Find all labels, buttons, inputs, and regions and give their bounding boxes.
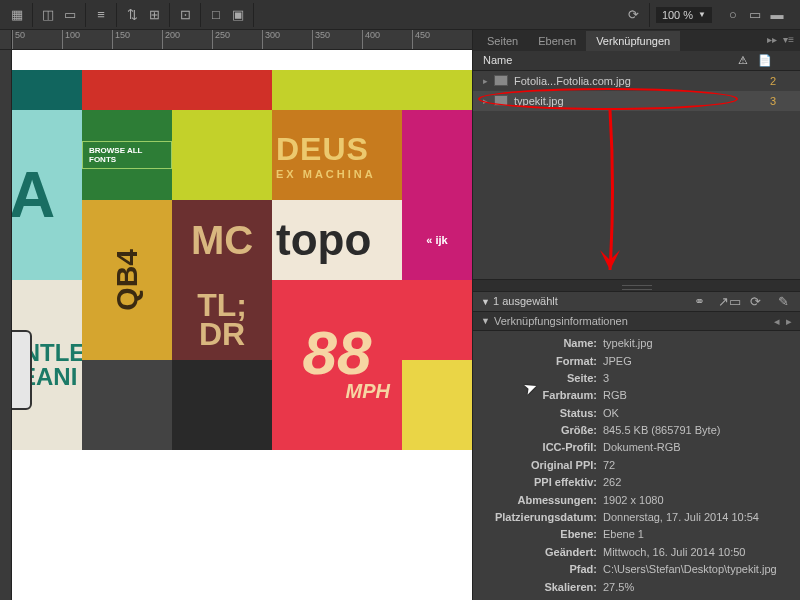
info-key: Name: (473, 336, 603, 351)
tile-tldr: TL;DR (172, 280, 272, 360)
info-key: ICC-Profil: (473, 440, 603, 455)
info-value: 3 (603, 371, 609, 386)
tab-layers[interactable]: Ebenen (528, 31, 586, 51)
info-value: JPEG (603, 354, 632, 369)
info-key: Status: (473, 406, 603, 421)
info-row: Original PPI:72 (473, 457, 796, 474)
panel-menu-icon[interactable]: ▾≡ (783, 34, 794, 45)
document-canvas[interactable]: A BROWSE ALL FONTS DEUSEX MACHINA QB4 MC… (12, 50, 472, 600)
info-value: Mittwoch, 16. Juli 2014 10:50 (603, 545, 745, 560)
tool-icon[interactable]: ▣ (229, 6, 247, 24)
tile-mc: MC (172, 200, 272, 280)
info-value: 262 (603, 475, 621, 490)
panel-toolbar: ▼ 1 ausgewählt ⚭ ↗▭ ⟳ ✎ (473, 292, 800, 312)
selection-count: 1 ausgewählt (493, 295, 558, 307)
info-row: Pfad:C:\Users\Stefan\Desktop\typekit.jpg (473, 561, 796, 578)
info-value: Dokument-RGB (603, 440, 681, 455)
placed-image[interactable]: A BROWSE ALL FONTS DEUSEX MACHINA QB4 MC… (12, 70, 472, 500)
link-info: Name:typekit.jpgFormat:JPEGSeite:3Farbra… (473, 331, 800, 600)
info-value: 72 (603, 458, 615, 473)
info-header[interactable]: ▼ Verknüpfungsinformationen ◂▸ (473, 311, 800, 331)
status-dot (782, 77, 790, 85)
name-column[interactable]: Name (483, 54, 732, 67)
info-value: RGB (603, 388, 627, 403)
ruler-corner (0, 30, 12, 50)
info-key: Platzierungsdatum: (473, 510, 603, 525)
tool-icon[interactable]: ≡ (92, 6, 110, 24)
list-header: Name ⚠ 📄 (473, 51, 800, 71)
info-key: Seite: (473, 371, 603, 386)
disclosure-icon[interactable]: ▸ (483, 96, 488, 106)
warning-col-icon[interactable]: ⚠ (732, 54, 754, 67)
tool-icon[interactable]: ⊡ (176, 6, 194, 24)
info-row: Farbraum:RGB (473, 387, 796, 404)
disclosure-icon[interactable]: ▸ (483, 76, 488, 86)
link-row[interactable]: ▸Fotolia...Fotolia.com.jpg2 (473, 71, 800, 91)
tile-a: A (12, 110, 82, 280)
tool-icon[interactable]: ▦ (8, 6, 26, 24)
tab-pages[interactable]: Seiten (477, 31, 528, 51)
tool-icon[interactable]: □ (207, 6, 225, 24)
prev-icon[interactable]: ◂ (774, 315, 780, 328)
screen-icon[interactable]: ▬ (768, 6, 786, 24)
relink-icon[interactable]: ⚭ (690, 294, 708, 309)
info-row: Abmessungen:1902 x 1080 (473, 492, 796, 509)
disclosure-icon[interactable]: ▼ (481, 316, 490, 326)
info-key: PPI effektiv: (473, 475, 603, 490)
page-col-icon[interactable]: 📄 (754, 54, 776, 67)
next-icon[interactable]: ▸ (786, 315, 792, 328)
info-row: Seite:3 (473, 370, 796, 387)
panel-tabs: Seiten Ebenen Verknüpfungen ▸▸▾≡ (473, 30, 800, 51)
panel-splitter[interactable] (473, 279, 800, 291)
zoom-indicator[interactable]: 100 %▼ (656, 7, 712, 23)
view-icon[interactable]: ○ (724, 6, 742, 24)
info-value: typekit.jpg (603, 336, 653, 351)
tile-ijk: « ijk (402, 200, 472, 280)
info-row: PPI effektiv:262 (473, 474, 796, 491)
update-icon[interactable]: ⟳ (746, 294, 764, 309)
info-key: Pfad: (473, 562, 603, 577)
link-filename: typekit.jpg (514, 95, 750, 107)
tile-badge: NO (12, 330, 32, 410)
tool-icon[interactable]: ▭ (61, 6, 79, 24)
ruler-vertical (0, 50, 12, 600)
link-count: 3 (756, 95, 776, 107)
app-toolbar: ▦ ◫▭ ≡ ⇅⊞ ⊡ □▣ ⟳ 100 %▼ ○▭▬ (0, 0, 800, 30)
info-key: Größe: (473, 423, 603, 438)
edit-icon[interactable]: ✎ (774, 294, 792, 309)
ruler-horizontal: 50100150200250300350400450 (12, 30, 472, 50)
info-row: Geändert:Mittwoch, 16. Juli 2014 10:50 (473, 544, 796, 561)
info-row: Platzierungsdatum:Donnerstag, 17. Juli 2… (473, 509, 796, 526)
info-value: 845.5 KB (865791 Byte) (603, 423, 720, 438)
info-row: Größe:845.5 KB (865791 Byte) (473, 422, 796, 439)
expand-icon[interactable]: ▸▸ (767, 34, 777, 45)
refresh-icon[interactable]: ⟳ (625, 6, 643, 24)
tile-topo: topo (272, 200, 402, 280)
thumbnail-icon (494, 75, 508, 86)
tab-links[interactable]: Verknüpfungen (586, 31, 680, 51)
link-count: 2 (756, 75, 776, 87)
links-list[interactable]: ▸Fotolia...Fotolia.com.jpg2▸typekit.jpg3 (473, 71, 800, 279)
tile-deus: DEUSEX MACHINA (272, 110, 402, 200)
info-row: Status:OK (473, 405, 796, 422)
spacer (776, 54, 790, 67)
info-key: Format: (473, 354, 603, 369)
screen-icon[interactable]: ▭ (746, 6, 764, 24)
info-value: Ebene 1 (603, 527, 644, 542)
tile-qb4: QB4 (82, 200, 172, 360)
status-dot (782, 97, 790, 105)
link-row[interactable]: ▸typekit.jpg3 (473, 91, 800, 111)
tool-icon[interactable]: ◫ (39, 6, 57, 24)
links-panel: Seiten Ebenen Verknüpfungen ▸▸▾≡ Name ⚠ … (472, 30, 800, 600)
tool-icon[interactable]: ⊞ (145, 6, 163, 24)
info-value: OK (603, 406, 619, 421)
info-key: Skalieren: (473, 580, 603, 595)
arrange-icon[interactable]: ⇅ (123, 6, 141, 24)
info-key: Abmessungen: (473, 493, 603, 508)
info-key: Original PPI: (473, 458, 603, 473)
info-value: C:\Users\Stefan\Desktop\typekit.jpg (603, 562, 777, 577)
info-row: ICC-Profil:Dokument-RGB (473, 439, 796, 456)
info-row: Ebene:Ebene 1 (473, 526, 796, 543)
goto-icon[interactable]: ↗▭ (718, 294, 736, 309)
thumbnail-icon (494, 95, 508, 106)
